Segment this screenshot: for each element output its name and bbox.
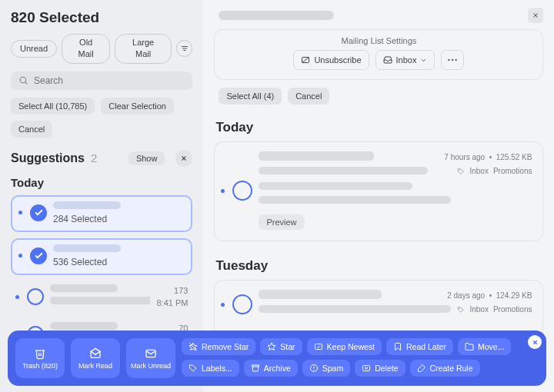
delete-button[interactable]: Delete <box>355 360 405 377</box>
sender-group-selected[interactable]: 536 Selected <box>11 238 192 275</box>
filter-old-mail[interactable]: Old Mail <box>62 34 110 64</box>
sidebar-day-today: Today <box>11 176 192 189</box>
svg-marker-21 <box>268 343 275 350</box>
suggestions-header: Suggestions 2 Show <box>11 150 192 167</box>
filter-chips: Unread Old Mail Large Mail <box>11 34 192 64</box>
sender-name-placeholder <box>50 284 118 292</box>
chevron-down-icon <box>420 57 427 64</box>
star-button[interactable]: Star <box>260 338 302 355</box>
svg-point-12 <box>452 59 453 61</box>
clear-selection-button[interactable]: Clear Selection <box>101 98 174 115</box>
svg-rect-23 <box>252 365 259 367</box>
main-select-all-button[interactable]: Select All (4) <box>219 88 282 105</box>
sender-group[interactable]: 173 8:41 PM <box>11 281 192 313</box>
mark-read-button[interactable]: Mark Read <box>71 338 120 378</box>
trash-icon <box>34 347 46 360</box>
unread-dot-icon <box>18 254 22 257</box>
sender-selected-count: 284 Selected <box>53 214 183 224</box>
archive-button[interactable]: Archive <box>244 360 298 377</box>
rule-icon <box>417 364 426 373</box>
sender-body: 536 Selected <box>53 244 183 267</box>
mark-read-label: Mark Read <box>78 362 112 370</box>
sender-body <box>50 284 150 310</box>
read-later-button[interactable]: Read Later <box>386 338 453 355</box>
inbox-label: Inbox <box>396 55 417 65</box>
checkbox-unchecked-icon[interactable] <box>27 288 44 305</box>
checkbox-unchecked-icon[interactable] <box>232 181 252 201</box>
unsubscribe-icon <box>301 55 310 65</box>
filter-unread[interactable]: Unread <box>11 40 57 58</box>
suggestions-show-button[interactable]: Show <box>128 151 165 165</box>
message-category: Promotions <box>493 304 532 316</box>
more-options-button[interactable] <box>441 50 464 70</box>
checkbox-checked-icon[interactable] <box>30 204 47 221</box>
spam-button[interactable]: Spam <box>302 360 350 377</box>
move-button[interactable]: Move... <box>458 338 511 355</box>
settings-actions: Unsubscribe Inbox <box>222 50 535 70</box>
secondary-actions: Remove Star Star Keep Newest Read Later … <box>182 338 514 378</box>
message-category: Promotions <box>493 165 532 178</box>
message-folder: Inbox <box>469 304 488 316</box>
svg-rect-22 <box>315 344 322 350</box>
message-size: 124.29 KB <box>496 291 532 300</box>
unread-dot-icon <box>221 303 225 307</box>
tag-icon <box>189 364 198 373</box>
mailing-list-settings-card: Mailing List Settings Unsubscribe Inbox <box>214 29 543 80</box>
day-heading-today: Today <box>215 120 543 135</box>
svg-point-13 <box>456 59 457 61</box>
star-icon <box>267 342 276 351</box>
sender-title-placeholder <box>219 11 334 20</box>
create-rule-button[interactable]: Create Rule <box>410 360 480 377</box>
dots-icon <box>447 58 458 61</box>
checkbox-unchecked-icon[interactable] <box>232 294 252 314</box>
cancel-selection-button[interactable]: Cancel <box>11 121 52 138</box>
labels-button[interactable]: Labels... <box>182 360 239 377</box>
filter-settings-icon[interactable] <box>176 40 192 57</box>
sender-selected-count: 536 Selected <box>53 257 183 267</box>
message-card[interactable]: Preview 7 hours ago • 125.52 KB Inbox Pr… <box>214 141 543 241</box>
svg-point-11 <box>449 59 450 61</box>
unsubscribe-label: Unsubscribe <box>314 55 361 65</box>
mail-open-icon <box>89 347 102 360</box>
mail-icon <box>145 347 157 360</box>
svg-line-10 <box>302 58 309 63</box>
checkbox-checked-icon[interactable] <box>30 247 47 264</box>
day-heading-tuesday: Tuesday <box>215 258 543 274</box>
search-box[interactable] <box>11 71 192 90</box>
remove-star-button[interactable]: Remove Star <box>182 338 255 355</box>
main-cancel-button[interactable]: Cancel <box>288 88 329 105</box>
search-input[interactable] <box>34 75 185 86</box>
close-icon <box>532 12 539 19</box>
mark-unread-button[interactable]: Mark Unread <box>126 338 175 378</box>
keep-newest-button[interactable]: Keep Newest <box>307 338 382 355</box>
message-size: 125.52 KB <box>496 153 532 161</box>
suggestions-close-button[interactable] <box>175 150 192 167</box>
action-bar-close-button[interactable] <box>528 335 542 349</box>
mark-unread-label: Mark Unread <box>131 362 171 370</box>
suggestions-label: Suggestions <box>11 151 85 165</box>
main-bulk-actions: Select All (4) Cancel <box>214 88 543 105</box>
move-to-inbox-button[interactable]: Inbox <box>375 50 436 70</box>
sender-meta: 173 8:41 PM <box>156 284 188 310</box>
unread-dot-icon <box>15 295 19 299</box>
trash-button[interactable]: Trash (820) <box>15 338 65 378</box>
filter-large-mail[interactable]: Large Mail <box>115 34 172 64</box>
tag-icon <box>457 168 465 175</box>
primary-actions: Trash (820) Mark Read Mark Unread <box>15 338 175 378</box>
svg-point-3 <box>20 77 26 83</box>
trash-label: Trash (820) <box>22 362 58 370</box>
settings-title: Mailing List Settings <box>222 36 535 45</box>
sender-name-placeholder <box>50 322 118 330</box>
sender-group-selected[interactable]: 284 Selected <box>11 195 192 232</box>
sender-time: 8:41 PM <box>156 297 188 310</box>
svg-point-14 <box>459 170 460 171</box>
search-icon <box>18 75 28 85</box>
select-all-button[interactable]: Select All (10,785) <box>11 98 95 115</box>
close-icon <box>180 154 188 162</box>
main-header <box>214 8 543 23</box>
close-panel-button[interactable] <box>528 8 543 23</box>
unsubscribe-button[interactable]: Unsubscribe <box>293 50 369 70</box>
svg-line-4 <box>25 82 27 84</box>
message-folder: Inbox <box>469 165 488 178</box>
preview-button[interactable]: Preview <box>259 214 304 230</box>
